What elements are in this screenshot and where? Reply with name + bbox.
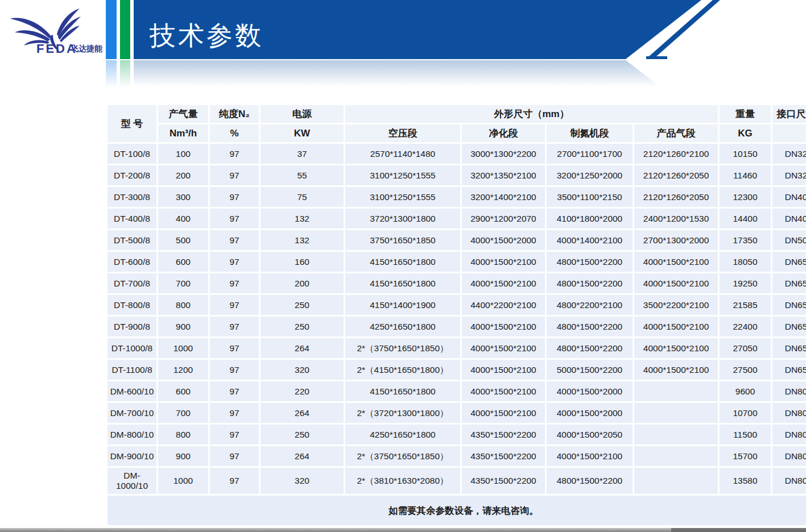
cell-purification-dims: 4400*2200*2100 [462,295,545,315]
cell-flow-rate: 900 [158,317,208,336]
cell-product-gas-dims: 2700*1300*2000 [634,230,718,250]
cell-power: 160 [261,252,344,272]
cell-flow-rate: 900 [158,446,208,466]
contact-note: 如需要其余参数设备，请来电咨询。 [108,496,806,525]
cell-flow-rate: 200 [158,165,208,185]
cell-weight: 19250 [720,273,771,293]
cell-nitrogen-dims: 4800*1500*2200 [547,317,633,336]
cell-weight: 18050 [720,252,771,272]
cell-purity: 97 [210,403,259,423]
cell-model: DT-100/8 [108,144,156,164]
slide: FEDA 飞达捷能 技术参数 型 号 产气量 纯度N₂ 电源 外形尺寸（mm） … [0,0,806,532]
cell-purification-dims: 3200*1350*2100 [462,165,545,185]
cell-power: 132 [261,230,344,250]
cell-model: DT-300/8 [108,187,156,207]
col-header-weight: 重量 [720,105,771,123]
cell-purity: 97 [210,187,259,207]
green-bar-reflection [120,60,130,88]
spec-table-container: 型 号 产气量 纯度N₂ 电源 外形尺寸（mm） 重量 接口尺寸 Nm³/h %… [106,103,803,527]
cell-weight: 27050 [720,338,771,358]
cell-product-gas-dims: 2400*1200*1530 [634,209,718,228]
cell-purity: 97 [210,273,259,293]
cell-model: DM-600/10 [108,381,156,401]
table-row: DM-900/10 900 97 264 2*（3750*1650*1850） … [108,446,806,466]
cell-flow-rate: 800 [158,295,208,315]
cell-port-size: DN80 [772,446,806,466]
cell-purification-dims: 4000*1500*2100 [462,252,545,272]
cell-weight: 11460 [720,165,771,185]
cell-port-size: DN80 [772,403,806,423]
cell-nitrogen-dims: 4100*1800*2000 [547,209,633,228]
cell-product-gas-dims: 4000*1500*2100 [634,273,718,293]
table-row: DT-100/8 100 97 37 2570*1140*1480 3000*1… [108,144,806,164]
cell-compressor-dims: 2*（4150*1650*1800） [345,360,460,380]
cell-compressor-dims: 2*（3750*1650*1850） [345,338,460,358]
table-row: DT-900/8 900 97 250 4250*1650*1800 4000*… [108,317,806,336]
page-title: 技术参数 [150,13,263,59]
cell-port-size: DN32 [772,144,806,164]
cell-compressor-dims: 4150*1400*1900 [345,295,460,315]
cell-compressor-dims: 4150*1650*1800 [345,381,460,401]
cell-weight: 13580 [720,468,771,494]
col-header-nitrogen-section: 制氮机段 [547,124,633,142]
cell-nitrogen-dims: 4000*1500*2100 [547,446,633,466]
spec-table-header: 型 号 产气量 纯度N₂ 电源 外形尺寸（mm） 重量 接口尺寸 Nm³/h %… [108,105,806,142]
logo-brand-cn-text: 飞达捷能 [71,44,102,53]
cell-port-size: DN65 [772,273,806,293]
cell-product-gas-dims: 2120*1260*2050 [634,165,718,185]
cell-compressor-dims: 3100*1250*1555 [345,187,460,207]
cell-model: DT-600/8 [108,252,156,272]
cell-purity: 97 [210,165,259,185]
cell-flow-rate: 100 [158,144,208,164]
table-row: DT-800/8 800 97 250 4150*1400*1900 4400*… [108,295,806,315]
cell-product-gas-dims: 4000*1500*2100 [634,338,718,358]
cell-product-gas-dims: 4000*1500*2100 [634,360,718,380]
col-header-product-gas-section: 产品气段 [634,124,718,142]
table-row: DM-600/10 600 97 220 4150*1650*1800 4000… [108,381,806,401]
table-row: DT-200/8 200 97 55 3100*1250*1555 3200*1… [108,165,806,185]
cell-product-gas-dims: 3500*2200*2100 [634,295,718,315]
cell-purification-dims: 4000*1500*2100 [462,338,545,358]
table-row: DM-700/10 700 97 264 2*（3720*1300*1800） … [108,403,806,423]
banner-reflection [134,60,660,86]
cell-port-size: DN65 [772,338,806,358]
cell-purity: 97 [210,317,259,336]
cell-power: 250 [261,295,344,315]
cell-purity: 97 [210,252,259,272]
cell-compressor-dims: 2*（3750*1650*1850） [345,446,460,466]
cell-power: 264 [261,446,344,466]
col-header-purity: 纯度N₂ [210,105,259,123]
cell-compressor-dims: 3720*1300*1800 [345,209,460,228]
cell-model: DM-700/10 [108,403,156,423]
cell-product-gas-dims [634,381,718,401]
cell-port-size: DN65 [772,252,806,272]
cell-nitrogen-dims: 3500*1100*2150 [547,187,633,207]
cell-weight: 14400 [720,209,771,228]
cell-model: DT-800/8 [108,295,156,315]
cell-purification-dims: 4000*1500*2100 [462,381,545,401]
cell-nitrogen-dims: 4000*1500*2050 [547,425,633,444]
cell-purity: 97 [210,295,259,315]
blue-bar-reflection [106,60,117,88]
cell-weight: 9600 [720,381,771,401]
cell-compressor-dims: 3100*1250*1555 [345,165,460,185]
cell-port-size: DN80 [772,468,806,494]
cell-purity: 97 [210,360,259,380]
table-row: DT-600/8 600 97 160 4150*1650*1800 4000*… [108,252,806,272]
cell-nitrogen-dims: 4800*1500*2200 [547,468,633,494]
cell-purity: 97 [210,144,259,164]
cell-purity: 97 [210,425,259,444]
cell-power: 250 [261,317,344,336]
cell-port-size: DN50 [772,230,806,250]
note-row: 如需要其余参数设备，请来电咨询。 [108,496,806,525]
cell-purification-dims: 4350*1500*2200 [462,468,545,494]
cell-weight: 10700 [720,403,771,423]
cell-product-gas-dims: 4000*1500*2100 [634,317,718,336]
cell-nitrogen-dims: 4800*1500*2200 [547,252,633,272]
cell-model: DT-700/8 [108,273,156,293]
cell-purification-dims: 4350*1500*2200 [462,446,545,466]
cell-compressor-dims: 3750*1650*1850 [345,230,460,250]
cell-power: 220 [261,381,344,401]
cell-purification-dims: 2900*1200*2070 [462,209,545,228]
cell-model: DT-1000/8 [108,338,156,358]
